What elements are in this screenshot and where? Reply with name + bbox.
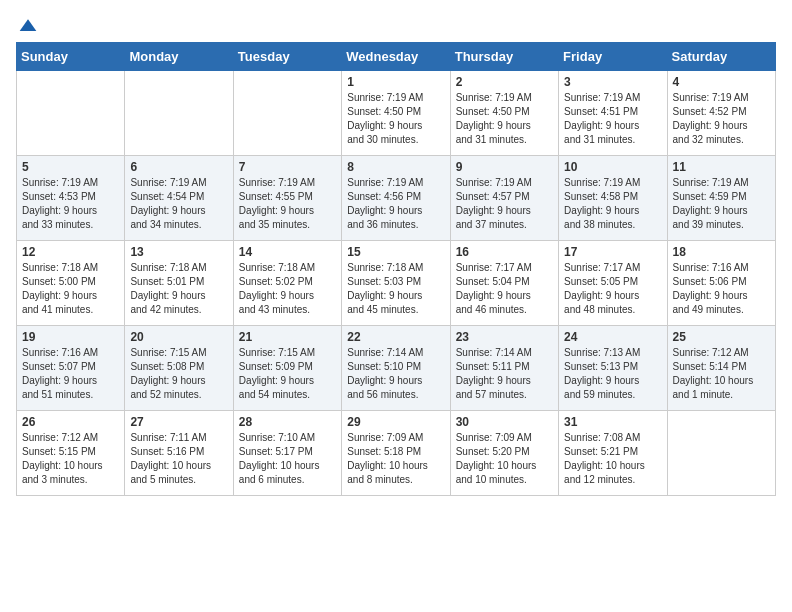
weekday-header-thursday: Thursday <box>450 43 558 71</box>
calendar-day-cell: 5Sunrise: 7:19 AM Sunset: 4:53 PM Daylig… <box>17 156 125 241</box>
day-info: Sunrise: 7:15 AM Sunset: 5:08 PM Dayligh… <box>130 346 227 402</box>
calendar-day-cell: 19Sunrise: 7:16 AM Sunset: 5:07 PM Dayli… <box>17 326 125 411</box>
calendar-day-cell: 23Sunrise: 7:14 AM Sunset: 5:11 PM Dayli… <box>450 326 558 411</box>
day-info: Sunrise: 7:12 AM Sunset: 5:14 PM Dayligh… <box>673 346 770 402</box>
calendar-day-cell: 1Sunrise: 7:19 AM Sunset: 4:50 PM Daylig… <box>342 71 450 156</box>
day-info: Sunrise: 7:19 AM Sunset: 4:50 PM Dayligh… <box>347 91 444 147</box>
calendar-table: SundayMondayTuesdayWednesdayThursdayFrid… <box>16 42 776 496</box>
day-number: 12 <box>22 245 119 259</box>
calendar-day-cell: 21Sunrise: 7:15 AM Sunset: 5:09 PM Dayli… <box>233 326 341 411</box>
calendar-day-cell: 8Sunrise: 7:19 AM Sunset: 4:56 PM Daylig… <box>342 156 450 241</box>
day-info: Sunrise: 7:19 AM Sunset: 4:54 PM Dayligh… <box>130 176 227 232</box>
day-info: Sunrise: 7:14 AM Sunset: 5:11 PM Dayligh… <box>456 346 553 402</box>
day-number: 31 <box>564 415 661 429</box>
calendar-week-row: 1Sunrise: 7:19 AM Sunset: 4:50 PM Daylig… <box>17 71 776 156</box>
day-number: 4 <box>673 75 770 89</box>
day-info: Sunrise: 7:12 AM Sunset: 5:15 PM Dayligh… <box>22 431 119 487</box>
calendar-day-cell <box>667 411 775 496</box>
calendar-day-cell <box>125 71 233 156</box>
calendar-day-cell: 2Sunrise: 7:19 AM Sunset: 4:50 PM Daylig… <box>450 71 558 156</box>
day-info: Sunrise: 7:18 AM Sunset: 5:03 PM Dayligh… <box>347 261 444 317</box>
calendar-day-cell: 6Sunrise: 7:19 AM Sunset: 4:54 PM Daylig… <box>125 156 233 241</box>
weekday-header-row: SundayMondayTuesdayWednesdayThursdayFrid… <box>17 43 776 71</box>
day-number: 6 <box>130 160 227 174</box>
calendar-day-cell: 28Sunrise: 7:10 AM Sunset: 5:17 PM Dayli… <box>233 411 341 496</box>
weekday-header-tuesday: Tuesday <box>233 43 341 71</box>
day-info: Sunrise: 7:19 AM Sunset: 4:53 PM Dayligh… <box>22 176 119 232</box>
day-info: Sunrise: 7:18 AM Sunset: 5:02 PM Dayligh… <box>239 261 336 317</box>
day-number: 30 <box>456 415 553 429</box>
day-number: 27 <box>130 415 227 429</box>
day-number: 29 <box>347 415 444 429</box>
logo-icon <box>18 16 38 36</box>
day-info: Sunrise: 7:17 AM Sunset: 5:05 PM Dayligh… <box>564 261 661 317</box>
calendar-week-row: 12Sunrise: 7:18 AM Sunset: 5:00 PM Dayli… <box>17 241 776 326</box>
calendar-day-cell: 3Sunrise: 7:19 AM Sunset: 4:51 PM Daylig… <box>559 71 667 156</box>
day-number: 20 <box>130 330 227 344</box>
calendar-day-cell: 16Sunrise: 7:17 AM Sunset: 5:04 PM Dayli… <box>450 241 558 326</box>
day-info: Sunrise: 7:15 AM Sunset: 5:09 PM Dayligh… <box>239 346 336 402</box>
calendar-day-cell: 26Sunrise: 7:12 AM Sunset: 5:15 PM Dayli… <box>17 411 125 496</box>
day-number: 16 <box>456 245 553 259</box>
day-info: Sunrise: 7:19 AM Sunset: 4:50 PM Dayligh… <box>456 91 553 147</box>
day-number: 3 <box>564 75 661 89</box>
calendar-day-cell: 30Sunrise: 7:09 AM Sunset: 5:20 PM Dayli… <box>450 411 558 496</box>
day-info: Sunrise: 7:10 AM Sunset: 5:17 PM Dayligh… <box>239 431 336 487</box>
calendar-day-cell: 25Sunrise: 7:12 AM Sunset: 5:14 PM Dayli… <box>667 326 775 411</box>
calendar-day-cell: 7Sunrise: 7:19 AM Sunset: 4:55 PM Daylig… <box>233 156 341 241</box>
day-number: 17 <box>564 245 661 259</box>
calendar-day-cell <box>17 71 125 156</box>
calendar-day-cell: 9Sunrise: 7:19 AM Sunset: 4:57 PM Daylig… <box>450 156 558 241</box>
calendar-day-cell: 15Sunrise: 7:18 AM Sunset: 5:03 PM Dayli… <box>342 241 450 326</box>
calendar-week-row: 5Sunrise: 7:19 AM Sunset: 4:53 PM Daylig… <box>17 156 776 241</box>
day-number: 18 <box>673 245 770 259</box>
day-info: Sunrise: 7:19 AM Sunset: 4:56 PM Dayligh… <box>347 176 444 232</box>
day-info: Sunrise: 7:08 AM Sunset: 5:21 PM Dayligh… <box>564 431 661 487</box>
day-info: Sunrise: 7:19 AM Sunset: 4:55 PM Dayligh… <box>239 176 336 232</box>
calendar-day-cell: 4Sunrise: 7:19 AM Sunset: 4:52 PM Daylig… <box>667 71 775 156</box>
weekday-header-monday: Monday <box>125 43 233 71</box>
day-number: 21 <box>239 330 336 344</box>
day-info: Sunrise: 7:11 AM Sunset: 5:16 PM Dayligh… <box>130 431 227 487</box>
calendar-day-cell: 31Sunrise: 7:08 AM Sunset: 5:21 PM Dayli… <box>559 411 667 496</box>
day-info: Sunrise: 7:19 AM Sunset: 4:57 PM Dayligh… <box>456 176 553 232</box>
day-info: Sunrise: 7:19 AM Sunset: 4:59 PM Dayligh… <box>673 176 770 232</box>
weekday-header-sunday: Sunday <box>17 43 125 71</box>
calendar-day-cell: 27Sunrise: 7:11 AM Sunset: 5:16 PM Dayli… <box>125 411 233 496</box>
page-header <box>16 16 776 32</box>
day-info: Sunrise: 7:16 AM Sunset: 5:06 PM Dayligh… <box>673 261 770 317</box>
day-number: 15 <box>347 245 444 259</box>
svg-marker-0 <box>20 19 37 31</box>
day-info: Sunrise: 7:13 AM Sunset: 5:13 PM Dayligh… <box>564 346 661 402</box>
day-info: Sunrise: 7:18 AM Sunset: 5:01 PM Dayligh… <box>130 261 227 317</box>
day-number: 5 <box>22 160 119 174</box>
day-info: Sunrise: 7:16 AM Sunset: 5:07 PM Dayligh… <box>22 346 119 402</box>
day-number: 23 <box>456 330 553 344</box>
calendar-day-cell: 29Sunrise: 7:09 AM Sunset: 5:18 PM Dayli… <box>342 411 450 496</box>
logo <box>16 16 38 32</box>
weekday-header-friday: Friday <box>559 43 667 71</box>
day-number: 7 <box>239 160 336 174</box>
calendar-week-row: 19Sunrise: 7:16 AM Sunset: 5:07 PM Dayli… <box>17 326 776 411</box>
day-number: 11 <box>673 160 770 174</box>
day-info: Sunrise: 7:17 AM Sunset: 5:04 PM Dayligh… <box>456 261 553 317</box>
calendar-day-cell: 17Sunrise: 7:17 AM Sunset: 5:05 PM Dayli… <box>559 241 667 326</box>
calendar-day-cell: 18Sunrise: 7:16 AM Sunset: 5:06 PM Dayli… <box>667 241 775 326</box>
day-info: Sunrise: 7:09 AM Sunset: 5:18 PM Dayligh… <box>347 431 444 487</box>
day-number: 19 <box>22 330 119 344</box>
day-number: 10 <box>564 160 661 174</box>
calendar-day-cell: 22Sunrise: 7:14 AM Sunset: 5:10 PM Dayli… <box>342 326 450 411</box>
day-number: 25 <box>673 330 770 344</box>
calendar-day-cell: 13Sunrise: 7:18 AM Sunset: 5:01 PM Dayli… <box>125 241 233 326</box>
day-info: Sunrise: 7:19 AM Sunset: 4:51 PM Dayligh… <box>564 91 661 147</box>
calendar-week-row: 26Sunrise: 7:12 AM Sunset: 5:15 PM Dayli… <box>17 411 776 496</box>
calendar-day-cell: 20Sunrise: 7:15 AM Sunset: 5:08 PM Dayli… <box>125 326 233 411</box>
calendar-day-cell: 10Sunrise: 7:19 AM Sunset: 4:58 PM Dayli… <box>559 156 667 241</box>
day-number: 2 <box>456 75 553 89</box>
day-number: 1 <box>347 75 444 89</box>
day-number: 28 <box>239 415 336 429</box>
day-info: Sunrise: 7:14 AM Sunset: 5:10 PM Dayligh… <box>347 346 444 402</box>
day-number: 8 <box>347 160 444 174</box>
day-number: 13 <box>130 245 227 259</box>
day-info: Sunrise: 7:19 AM Sunset: 4:58 PM Dayligh… <box>564 176 661 232</box>
